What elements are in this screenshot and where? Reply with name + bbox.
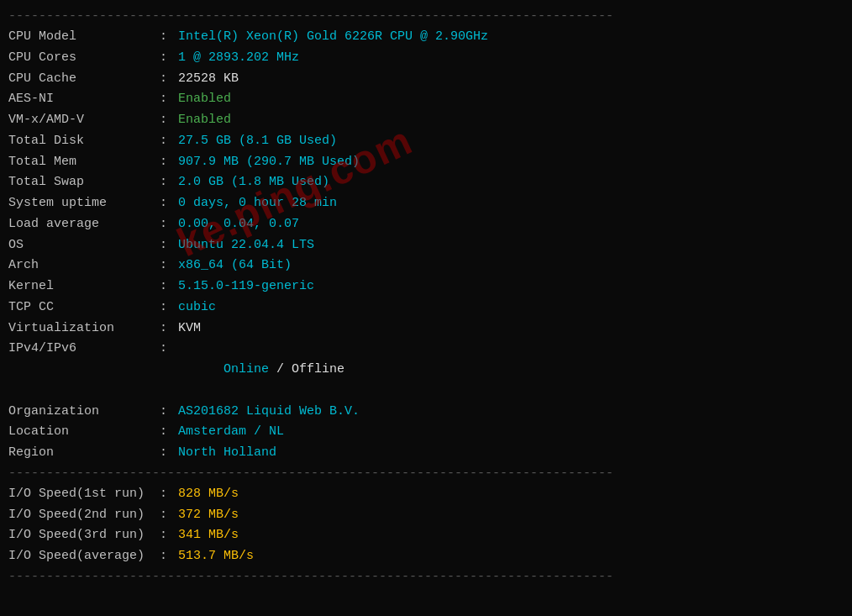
- io-speed-2nd-value: 372 MB/s: [178, 505, 239, 526]
- load-average-label: Load average: [8, 214, 160, 235]
- kernel-row: Kernel : 5.15.0-119-generic: [8, 276, 844, 297]
- location-row: Location : Amsterdam / NL: [8, 422, 844, 443]
- kernel-value: 5.15.0-119-generic: [178, 276, 314, 297]
- organization-label: Organization: [8, 402, 160, 423]
- io-speed-avg-colon: :: [160, 546, 175, 567]
- cpu-cores-value: 1 @ 2893.202 MHz: [178, 48, 299, 69]
- arch-row: Arch : x86_64 (64 Bit): [8, 255, 844, 276]
- vmx-amdv-value: Enabled: [178, 110, 231, 131]
- total-disk-colon: :: [160, 131, 175, 152]
- aes-ni-row: AES-NI : Enabled: [8, 89, 844, 110]
- cpu-model-value: Intel(R) Xeon(R) Gold 6226R CPU @ 2.90GH…: [178, 27, 488, 48]
- io-speed-1st-label: I/O Speed(1st run): [8, 484, 160, 505]
- middle-divider: ----------------------------------------…: [8, 464, 844, 484]
- total-disk-row: Total Disk : 27.5 GB (8.1 GB Used): [8, 131, 844, 152]
- cpu-cache-label: CPU Cache: [8, 69, 160, 90]
- total-mem-label: Total Mem: [8, 152, 160, 173]
- bottom-divider: ----------------------------------------…: [8, 567, 844, 587]
- ipv4-ipv6-slash: /: [269, 362, 292, 376]
- organization-row: Organization : AS201682 Liquid Web B.V.: [8, 402, 844, 423]
- arch-label: Arch: [8, 255, 160, 276]
- total-mem-colon: :: [160, 152, 175, 173]
- system-uptime-value: 0 days, 0 hour 28 min: [178, 193, 337, 214]
- io-speed-3rd-row: I/O Speed(3rd run) : 341 MB/s: [8, 525, 844, 546]
- tcp-cc-colon: :: [160, 297, 175, 319]
- total-swap-colon: :: [160, 172, 175, 193]
- os-colon: :: [160, 235, 175, 256]
- io-speed-1st-row: I/O Speed(1st run) : 828 MB/s: [8, 484, 844, 505]
- aes-ni-value: Enabled: [178, 89, 231, 110]
- os-label: OS: [8, 235, 160, 256]
- io-speed-1st-colon: :: [160, 484, 175, 505]
- io-speed-2nd-colon: :: [160, 505, 175, 526]
- ipv4-online: Online: [224, 362, 269, 376]
- total-swap-value: 2.0 GB (1.8 MB Used): [178, 172, 329, 193]
- region-row: Region : North Holland: [8, 443, 844, 464]
- io-speed-3rd-colon: :: [160, 525, 175, 546]
- io-speed-avg-label: I/O Speed(average): [8, 546, 160, 567]
- total-swap-row: Total Swap : 2.0 GB (1.8 MB Used): [8, 172, 844, 193]
- io-speed-2nd-row: I/O Speed(2nd run) : 372 MB/s: [8, 505, 844, 526]
- io-speed-3rd-value: 341 MB/s: [178, 525, 239, 546]
- cpu-cores-label: CPU Cores: [8, 48, 160, 69]
- organization-colon: :: [160, 402, 175, 423]
- tcp-cc-label: TCP CC: [8, 297, 160, 319]
- cpu-model-label: CPU Model: [8, 27, 160, 48]
- ipv4-ipv6-value: Online / Offline: [178, 339, 344, 401]
- virtualization-colon: :: [160, 319, 175, 340]
- top-divider: ----------------------------------------…: [8, 7, 844, 27]
- total-swap-label: Total Swap: [8, 172, 160, 193]
- location-colon: :: [160, 422, 175, 443]
- total-disk-label: Total Disk: [8, 131, 160, 152]
- organization-value: AS201682 Liquid Web B.V.: [178, 402, 360, 423]
- arch-colon: :: [160, 255, 175, 276]
- location-label: Location: [8, 422, 160, 443]
- cpu-cache-row: CPU Cache : 22528 KB: [8, 69, 844, 90]
- cpu-cache-colon: :: [160, 69, 175, 90]
- arch-value: x86_64 (64 Bit): [178, 255, 292, 276]
- cpu-cores-row: CPU Cores : 1 @ 2893.202 MHz: [8, 48, 844, 69]
- region-label: Region: [8, 443, 160, 464]
- total-mem-value: 907.9 MB (290.7 MB Used): [178, 152, 360, 173]
- virtualization-label: Virtualization: [8, 319, 160, 340]
- total-mem-row: Total Mem : 907.9 MB (290.7 MB Used): [8, 152, 844, 173]
- region-colon: :: [160, 443, 175, 464]
- load-average-row: Load average : 0.00, 0.04, 0.07: [8, 214, 844, 235]
- os-row: OS : Ubuntu 22.04.4 LTS: [8, 235, 844, 256]
- io-speed-3rd-label: I/O Speed(3rd run): [8, 525, 160, 546]
- kernel-label: Kernel: [8, 276, 160, 297]
- ipv4-ipv6-colon: :: [160, 339, 175, 401]
- load-average-value: 0.00, 0.04, 0.07: [178, 214, 299, 235]
- io-speed-2nd-label: I/O Speed(2nd run): [8, 505, 160, 526]
- cpu-cache-value: 22528 KB: [178, 69, 239, 90]
- tcp-cc-value: cubic: [178, 297, 216, 319]
- io-speed-avg-row: I/O Speed(average) : 513.7 MB/s: [8, 546, 844, 567]
- vmx-amdv-row: VM-x/AMD-V : Enabled: [8, 110, 844, 131]
- total-disk-value: 27.5 GB (8.1 GB Used): [178, 131, 337, 152]
- system-uptime-row: System uptime : 0 days, 0 hour 28 min: [8, 193, 844, 214]
- virtualization-value: KVM: [178, 319, 201, 340]
- io-speed-avg-value: 513.7 MB/s: [178, 546, 254, 567]
- virtualization-row: Virtualization : KVM: [8, 319, 844, 340]
- location-value: Amsterdam / NL: [178, 422, 284, 443]
- cpu-model-colon: :: [160, 27, 175, 48]
- system-uptime-label: System uptime: [8, 193, 160, 214]
- cpu-model-row: CPU Model : Intel(R) Xeon(R) Gold 6226R …: [8, 27, 844, 48]
- vmx-amdv-label: VM-x/AMD-V: [8, 110, 160, 131]
- terminal-window: ke.ping.com ----------------------------…: [0, 0, 852, 616]
- region-value: North Holland: [178, 443, 276, 464]
- io-speed-1st-value: 828 MB/s: [178, 484, 239, 505]
- kernel-colon: :: [160, 276, 175, 297]
- aes-ni-colon: :: [160, 89, 175, 110]
- ipv6-offline: Offline: [292, 362, 344, 376]
- system-uptime-colon: :: [160, 193, 175, 214]
- ipv4-ipv6-label: IPv4/IPv6: [8, 339, 160, 401]
- tcp-cc-row: TCP CC : cubic: [8, 297, 844, 319]
- vmx-amdv-colon: :: [160, 110, 175, 131]
- os-value: Ubuntu 22.04.4 LTS: [178, 235, 314, 256]
- load-average-colon: :: [160, 214, 175, 235]
- ipv4-ipv6-row: IPv4/IPv6 : Online / Offline: [8, 339, 844, 401]
- aes-ni-label: AES-NI: [8, 89, 160, 110]
- cpu-cores-colon: :: [160, 48, 175, 69]
